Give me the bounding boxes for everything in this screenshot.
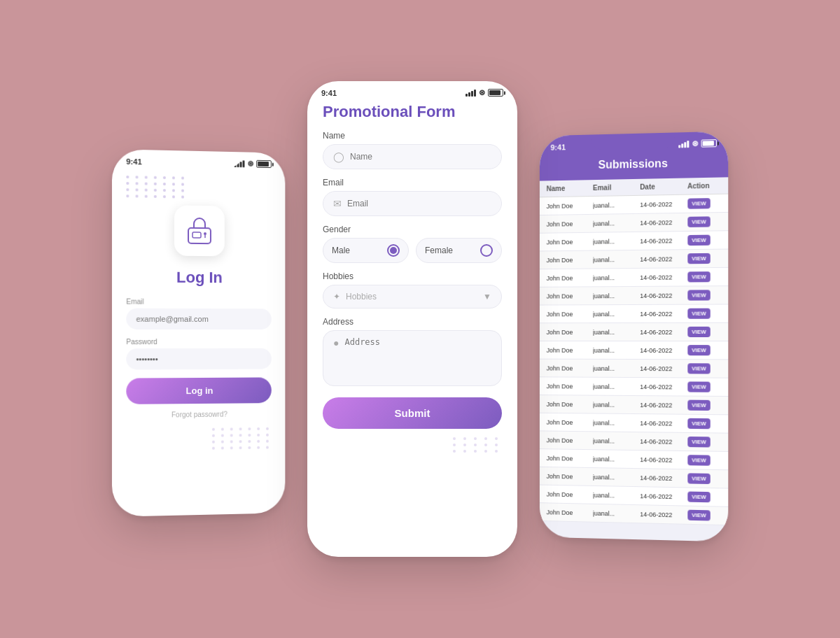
table-row: John Doe juanal... 14-06-2022 VIEW <box>540 194 728 215</box>
address-input-wrap: ● <box>323 330 502 386</box>
view-button[interactable]: VIEW <box>687 418 710 429</box>
view-button[interactable]: VIEW <box>687 492 710 503</box>
form-title: Promotional Form <box>323 103 502 121</box>
wifi-icon-form: ⊛ <box>479 88 485 97</box>
cell-name: John Doe <box>547 490 593 498</box>
col-action: Action <box>687 182 721 190</box>
submit-button[interactable]: Submit <box>323 397 502 429</box>
cell-date: 14-06-2022 <box>640 310 687 317</box>
name-label: Name <box>323 131 502 141</box>
view-button[interactable]: VIEW <box>687 363 710 374</box>
table-row: John Doe juanal... 14-06-2022 VIEW <box>540 413 728 434</box>
decorative-dots-bottom <box>126 427 272 451</box>
submissions-phone: 9:41 ⊛ Submissions Name Email Date <box>540 132 728 542</box>
notch-form <box>370 81 454 97</box>
col-date: Date <box>640 183 687 191</box>
cell-name: John Doe <box>547 472 593 480</box>
cell-name: John Doe <box>547 418 593 426</box>
wifi-icon-sub: ⊛ <box>692 139 698 148</box>
time-form: 9:41 <box>321 89 337 97</box>
view-button[interactable]: VIEW <box>687 400 710 411</box>
login-button[interactable]: Log in <box>126 377 272 404</box>
cell-name: John Doe <box>547 220 593 227</box>
email-input-login[interactable] <box>126 309 272 329</box>
cell-email: juanal... <box>593 274 640 281</box>
view-button[interactable]: VIEW <box>687 455 710 466</box>
view-button[interactable]: VIEW <box>687 345 710 355</box>
cell-email: juanal... <box>593 237 640 245</box>
cell-name: John Doe <box>547 509 593 516</box>
table-row: John Doe juanal... 14-06-2022 VIEW <box>540 323 728 341</box>
cell-email: juanal... <box>593 201 640 208</box>
cell-date: 14-06-2022 <box>640 420 687 427</box>
table-row: John Doe juanal... 14-06-2022 VIEW <box>540 250 728 270</box>
svg-rect-1 <box>192 232 201 238</box>
cell-name: John Doe <box>547 401 593 408</box>
cell-name: John Doe <box>547 292 593 299</box>
view-button[interactable]: VIEW <box>687 235 710 246</box>
hobbies-select[interactable]: ✦ Hobbies ▼ <box>323 285 502 309</box>
name-input[interactable] <box>350 152 491 162</box>
gender-female-label: Female <box>425 246 453 255</box>
view-button[interactable]: VIEW <box>687 327 710 337</box>
cell-date: 14-06-2022 <box>640 511 687 519</box>
lock-form-icon <box>184 215 215 247</box>
gender-female-option[interactable]: Female <box>416 238 502 263</box>
hobbies-icon: ✦ <box>333 292 340 302</box>
cell-name: John Doe <box>547 238 593 246</box>
view-button[interactable]: VIEW <box>687 381 710 392</box>
password-input-login[interactable] <box>126 348 272 370</box>
cell-date: 14-06-2022 <box>640 218 687 226</box>
login-icon-box <box>174 205 225 256</box>
cell-date: 14-06-2022 <box>640 383 687 390</box>
gender-label: Gender <box>323 225 502 234</box>
gender-row: Male Female <box>323 238 502 263</box>
view-button[interactable]: VIEW <box>687 198 710 209</box>
cell-date: 14-06-2022 <box>640 274 687 281</box>
view-button[interactable]: VIEW <box>687 216 710 227</box>
table-row: John Doe juanal... 14-06-2022 VIEW <box>540 431 728 452</box>
radio-female[interactable] <box>480 244 493 257</box>
login-content: Log In Email Password Log in Forgot pass… <box>112 168 285 465</box>
view-button[interactable]: VIEW <box>687 473 710 484</box>
hobbies-label: Hobbies <box>323 271 502 281</box>
cell-email: juanal... <box>593 255 640 263</box>
gender-male-option[interactable]: Male <box>323 238 409 263</box>
cell-email: juanal... <box>593 310 640 317</box>
email-input-form[interactable] <box>347 199 491 208</box>
cell-name: John Doe <box>547 364 593 371</box>
cell-email: juanal... <box>593 509 640 517</box>
address-input[interactable] <box>344 337 491 379</box>
view-button[interactable]: VIEW <box>687 309 710 319</box>
view-button[interactable]: VIEW <box>687 510 710 521</box>
cell-date: 14-06-2022 <box>640 492 687 500</box>
gender-male-label: Male <box>332 246 350 255</box>
view-button[interactable]: VIEW <box>687 253 710 264</box>
wifi-icon-login: ⊛ <box>247 159 253 168</box>
email-icon: ✉ <box>333 198 342 209</box>
cell-email: juanal... <box>593 491 640 499</box>
battery-icon-login <box>256 160 272 168</box>
view-button[interactable]: VIEW <box>687 290 710 300</box>
cell-name: John Doe <box>547 274 593 281</box>
cell-date: 14-06-2022 <box>640 402 687 409</box>
table-row: John Doe juanal... 14-06-2022 VIEW <box>540 341 728 360</box>
status-icons-sub: ⊛ <box>678 139 717 148</box>
view-button[interactable]: VIEW <box>687 437 710 448</box>
view-button[interactable]: VIEW <box>687 271 710 282</box>
forgot-password-link[interactable]: Forgot passowrd? <box>126 410 272 419</box>
name-input-wrap: ◯ <box>323 144 502 169</box>
table-row: John Doe juanal... 14-06-2022 VIEW <box>540 395 728 415</box>
hobbies-select-left: ✦ Hobbies <box>333 292 377 302</box>
radio-male[interactable] <box>387 244 400 257</box>
cell-email: juanal... <box>593 474 640 481</box>
cell-email: juanal... <box>593 219 640 227</box>
cell-date: 14-06-2022 <box>640 255 687 263</box>
table-row: John Doe juanal... 14-06-2022 VIEW <box>540 503 728 525</box>
cell-email: juanal... <box>593 455 640 463</box>
cell-name: John Doe <box>547 437 593 444</box>
cell-date: 14-06-2022 <box>640 292 687 299</box>
cell-date: 14-06-2022 <box>640 456 687 464</box>
decorative-dots-top <box>126 176 272 200</box>
cell-date: 14-06-2022 <box>640 365 687 372</box>
